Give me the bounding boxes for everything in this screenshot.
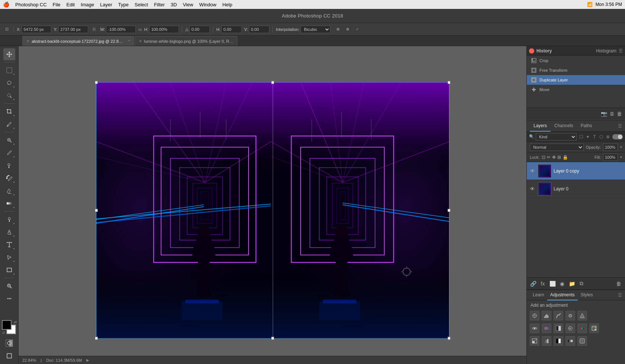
clone-stamp-tool[interactable] (3, 160, 15, 171)
rectangular-marquee-tool[interactable]: ▾ (3, 64, 15, 76)
transform-mode-icon[interactable]: ⊡ (3, 26, 10, 33)
blend-mode-select[interactable]: Normal Dissolve Multiply Screen Overlay (530, 144, 584, 151)
filter-shape-icon[interactable]: ⬡ (598, 134, 604, 139)
channels-tab[interactable]: Channels (551, 120, 577, 132)
tab-1[interactable]: ✕ abstract-backlit-conceptual-1722072.jp… (22, 36, 134, 46)
x-input[interactable] (22, 26, 51, 33)
lock-artboard-button[interactable]: ⊞ (557, 155, 561, 160)
invert-button[interactable] (530, 336, 539, 346)
filter-type-icon[interactable]: T (592, 134, 597, 139)
layers-filter-toggle[interactable] (612, 134, 623, 139)
menu-view[interactable]: View (183, 2, 193, 7)
link-layers-button[interactable]: 🔗 (529, 281, 537, 287)
link-wh-icon[interactable]: ∞ (138, 26, 142, 32)
vibrance-button[interactable] (577, 311, 587, 320)
color-balance-button[interactable] (542, 323, 551, 333)
h-input[interactable] (149, 26, 179, 33)
panel-close-button[interactable]: × (529, 48, 534, 54)
layer-group-button[interactable]: 📁 (568, 281, 576, 287)
adjustments-tab[interactable]: Adjustments (547, 290, 578, 300)
histogram-tab-label[interactable]: Histogram (596, 48, 616, 54)
color-lookup-button[interactable] (589, 323, 599, 333)
tab-1-close[interactable]: ✕ (26, 39, 29, 43)
paths-tab[interactable]: Paths (577, 120, 596, 132)
filter-smart-icon[interactable]: ⊕ (605, 134, 611, 139)
history-item-free-transform[interactable]: Free Transform (527, 65, 625, 75)
menu-image[interactable]: Image (81, 2, 94, 7)
levels-button[interactable] (542, 311, 551, 320)
styles-tab[interactable]: Styles (578, 290, 596, 300)
menu-layer[interactable]: Layer (100, 2, 112, 7)
layer-item-copy[interactable]: 👁 Layer 0 copy (527, 162, 625, 180)
menu-edit[interactable]: Edit (67, 2, 75, 7)
menu-file[interactable]: File (53, 2, 61, 7)
layers-filter-type-select[interactable]: Kind (536, 133, 577, 141)
quick-mask-tool[interactable] (3, 337, 15, 349)
foreground-color-chip[interactable] (2, 320, 12, 330)
layers-panel-menu-icon[interactable]: ☰ (618, 123, 622, 129)
healing-brush-tool[interactable]: ▾ (3, 134, 15, 146)
filter-pixel-icon[interactable]: ☐ (578, 134, 584, 139)
history-item-duplicate-layer[interactable]: Duplicate Layer (527, 75, 625, 85)
screen-mode-tool[interactable] (3, 350, 15, 362)
brightness-contrast-button[interactable] (530, 311, 539, 320)
menu-window[interactable]: Window (199, 2, 216, 7)
curves-button[interactable] (554, 311, 563, 320)
h2-input[interactable] (221, 26, 242, 33)
pen-tool[interactable]: ▾ (3, 226, 15, 238)
selective-color-button[interactable] (577, 336, 587, 346)
lock-all-button[interactable]: 🔒 (562, 155, 568, 160)
quick-select-tool[interactable]: ▾ (3, 90, 15, 102)
canvas-area[interactable]: 22.84% | Doc: 114.3M/59.6M ▶ (19, 46, 526, 364)
apple-logo-icon[interactable]: 🍎 (3, 1, 9, 7)
threshold-button[interactable] (554, 336, 563, 346)
history-brush-tool[interactable]: ▾ (3, 172, 15, 184)
eraser-tool[interactable]: ▾ (3, 185, 15, 197)
reset-colors-icon[interactable]: ↺ (2, 331, 5, 335)
eyedropper-tool[interactable]: ▾ (3, 118, 15, 130)
lock-image-button[interactable]: ✏ (547, 155, 551, 160)
lock-position-button[interactable]: ✥ (552, 155, 556, 160)
history-item-crop[interactable]: Crop (527, 56, 625, 65)
layer-copy-visibility-icon[interactable]: 👁 (530, 168, 536, 174)
status-arrow-icon[interactable]: ▶ (86, 358, 89, 362)
menu-help[interactable]: Help (222, 2, 233, 7)
warp-icon[interactable]: ⊕ (334, 26, 342, 33)
new-layer-button[interactable]: ⧉ (577, 280, 586, 287)
extras-tool[interactable] (3, 293, 15, 305)
tab-2[interactable]: ✕ luminar-white-biglogo.png @ 100% (Laye… (135, 36, 237, 46)
fill-input[interactable] (603, 154, 618, 161)
commit-transform-icon[interactable]: ✓ (353, 26, 361, 33)
layer-mask-button[interactable]: ⬜ (548, 281, 557, 287)
adjustment-layer-button[interactable]: ◉ (558, 281, 566, 287)
menu-select[interactable]: Select (135, 2, 148, 7)
layers-tab[interactable]: Layers (530, 120, 551, 132)
delete-layer-button[interactable]: 🗑 (615, 281, 623, 287)
gradient-tool[interactable]: ▾ (3, 197, 15, 209)
v-input[interactable] (249, 26, 269, 33)
exposure-button[interactable] (565, 311, 575, 320)
crop-tool[interactable]: ▾ (3, 106, 15, 117)
channel-mixer-button[interactable] (577, 323, 587, 333)
layer-base-visibility-icon[interactable]: 👁 (530, 186, 536, 192)
menu-3d[interactable]: 3D (171, 2, 177, 7)
adjustments-menu-icon[interactable]: ☰ (618, 293, 622, 298)
path-selection-tool[interactable]: ▾ (3, 251, 15, 263)
w-input[interactable] (106, 26, 136, 33)
posterize-button[interactable] (542, 336, 551, 346)
filter-adjustment-icon[interactable]: ✦ (585, 134, 591, 139)
hue-saturation-button[interactable] (530, 323, 539, 333)
delete-state-button[interactable]: 🗑 (617, 111, 622, 117)
new-snapshot-button[interactable]: 📷 (601, 111, 607, 117)
type-tool[interactable]: ▾ (3, 239, 15, 251)
fill-dropdown-icon[interactable]: ▾ (620, 155, 622, 159)
move-tool[interactable] (3, 48, 15, 60)
menu-filter[interactable]: Filter (154, 2, 165, 7)
dodge-tool[interactable]: ▾ (3, 213, 15, 225)
y-input[interactable] (58, 26, 88, 33)
cancel-transform-icon[interactable]: ⊗ (344, 26, 351, 33)
history-item-move[interactable]: Move (527, 85, 625, 94)
lock-transparent-button[interactable]: ⊡ (542, 155, 545, 160)
history-panel-menu-icon[interactable]: ☰ (619, 48, 623, 54)
menu-type[interactable]: Type (118, 2, 129, 7)
